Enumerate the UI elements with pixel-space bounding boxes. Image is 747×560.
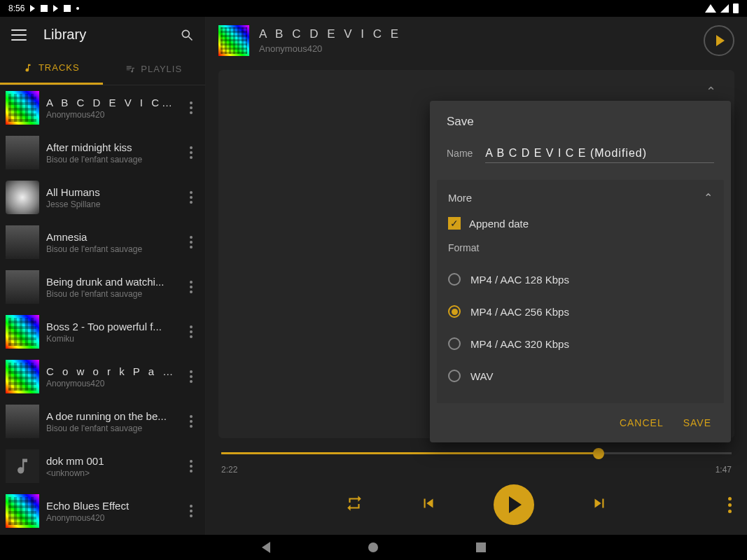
progress-knob[interactable] [593,448,604,459]
library-sidebar: Library TRACKS PLAYLIS A B C D E V I C E… [0,17,206,535]
time-total: 1:47 [715,465,732,475]
format-320-label: MP4 / AAC 320 Kbps [470,338,569,350]
format-option-128[interactable]: MP4 / AAC 128 Kbps [448,263,713,295]
save-button[interactable]: SAVE [683,417,711,428]
dialog-title: Save [430,115,731,144]
sidebar-title: Library [43,27,163,43]
track-row[interactable]: AmnesiaBisou de l'enfant sauvage [0,220,205,265]
track-row[interactable]: dok mm 001<unknown> [0,444,205,489]
track-title: A B C D E V I C E [46,97,176,108]
track-thumb [6,405,39,438]
track-more-button[interactable] [183,505,200,517]
track-title: Being drunk and watchi... [46,276,176,288]
status-time: 8:56 [8,4,25,13]
format-option-320[interactable]: MP4 / AAC 320 Kbps [448,328,713,360]
menu-icon[interactable] [11,29,27,41]
track-more-button[interactable] [183,460,200,472]
notif-icon-2 [64,5,71,12]
track-more-button[interactable] [183,191,200,204]
track-more-button[interactable] [183,146,200,159]
play-indicator-icon [30,5,35,12]
play-indicator-icon-2 [53,5,58,12]
track-thumb [6,225,39,259]
format-label: Format [448,242,713,253]
append-date-label: Append date [469,218,529,230]
wifi-icon [705,4,716,13]
track-artist: <unknown> [46,468,176,478]
cancel-button[interactable]: CANCEL [620,417,664,428]
checkbox-icon: ✓ [448,217,461,230]
collapse-section-1[interactable] [706,84,716,99]
now-playing-thumb[interactable] [218,25,249,56]
progress-bar[interactable] [221,445,732,462]
main-panel: A B C D E V I C E Anonymous420 200% 400%… [206,17,747,535]
track-row[interactable]: Ending [0,533,205,535]
track-title: Boss 2 - Too powerful f... [46,321,176,332]
track-row[interactable]: All HumansJesse Spillane [0,175,205,220]
track-more-button[interactable] [183,102,200,114]
play-icon-main [509,496,522,513]
play-icon [716,35,725,46]
track-thumb [6,360,39,393]
track-row[interactable]: C o w o r k P a r t ...Anonymous420 [0,354,205,399]
track-row[interactable]: A B C D E V I C EAnonymous420 [0,85,205,130]
radio-icon-selected [448,305,461,318]
tab-playlists[interactable]: PLAYLIS [103,52,206,85]
more-toggle[interactable]: More ⌃ [448,191,713,204]
track-more-button[interactable] [183,370,200,383]
format-option-256[interactable]: MP4 / AAC 256 Kbps [448,295,713,328]
track-row[interactable]: Boss 2 - Too powerful f...Komiku [0,309,205,354]
format-256-label: MP4 / AAC 256 Kbps [470,306,569,318]
nav-back-icon[interactable] [262,542,270,553]
track-more-button[interactable] [183,326,200,338]
svg-point-0 [182,30,189,37]
music-note-icon [23,63,33,73]
name-input[interactable] [485,144,714,163]
track-title: dok mm 001 [46,455,176,467]
search-icon[interactable] [180,28,194,42]
nav-home-icon[interactable] [368,542,378,552]
progress-fill [221,452,599,454]
track-artist: Jesse Spillane [46,200,176,209]
save-dialog: Save Name More ⌃ ✓ Append date Format MP… [430,101,731,442]
track-artist: Bisou de l'enfant sauvage [46,244,176,254]
next-button[interactable] [590,494,608,515]
track-thumb [6,91,39,125]
append-date-checkbox[interactable]: ✓ Append date [448,217,713,230]
previous-button[interactable] [419,494,438,515]
now-playing-title: A B C D E V I C E [259,27,694,41]
track-artist: Bisou de l'enfant sauvage [46,424,176,433]
track-row[interactable]: A doe running on the be...Bisou de l'enf… [0,399,205,444]
track-thumb [6,270,39,304]
track-title: After midnight kiss [46,141,176,153]
track-row[interactable]: Echo Blues EffectAnonymous420 [0,489,205,533]
track-row[interactable]: Being drunk and watchi...Bisou de l'enfa… [0,265,205,309]
track-more-button[interactable] [183,236,200,248]
track-title: C o w o r k P a r t ... [46,365,176,377]
format-option-wav[interactable]: WAV [448,360,713,392]
format-wav-label: WAV [470,370,494,382]
track-title: A doe running on the be... [46,410,176,422]
dot-icon [76,7,79,10]
playlist-icon [125,64,135,74]
repeat-button[interactable] [345,494,363,515]
play-pause-button[interactable] [494,484,534,525]
nav-recent-icon[interactable] [476,542,486,552]
player-more-button[interactable] [728,497,732,513]
track-thumb [6,494,39,528]
track-list[interactable]: A B C D E V I C EAnonymous420After midni… [0,85,205,535]
header-play-button[interactable] [704,25,734,56]
now-playing-artist: Anonymous420 [259,43,694,54]
track-artist: Bisou de l'enfant sauvage [46,289,176,299]
tab-tracks[interactable]: TRACKS [0,52,103,85]
track-more-button[interactable] [183,281,200,293]
track-row[interactable]: After midnight kissBisou de l'enfant sau… [0,130,205,175]
track-artist: Anonymous420 [46,513,176,523]
track-artist: Anonymous420 [46,379,176,388]
track-more-button[interactable] [183,415,200,428]
more-label: More [448,192,472,204]
track-thumb [6,181,39,214]
library-tabs: TRACKS PLAYLIS [0,52,205,85]
time-current: 2:22 [221,465,237,475]
track-artist: Bisou de l'enfant sauvage [46,155,176,164]
